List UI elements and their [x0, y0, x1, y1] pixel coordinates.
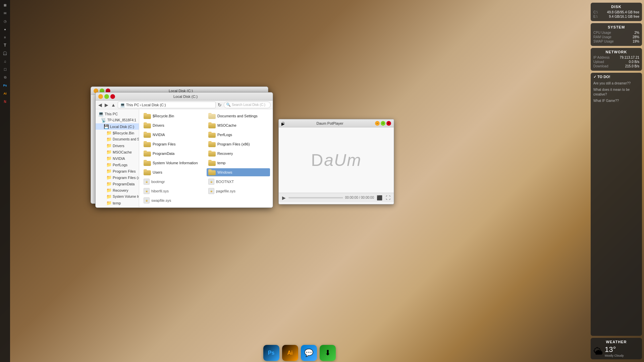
- dock-mail-icon[interactable]: ✉: [1, 9, 9, 17]
- window-controls-front[interactable]: – + ×: [98, 94, 115, 99]
- media-minimize[interactable]: –: [375, 121, 380, 126]
- file-item-sysvolinfo[interactable]: System Volume Information: [142, 159, 205, 167]
- refresh-button[interactable]: ↻: [217, 102, 222, 108]
- file-name-pf: Program Files: [153, 142, 175, 146]
- file-item-msocache[interactable]: MSOCache: [207, 121, 270, 129]
- file-item-hiberfil[interactable]: 🔒 hiberfil.sys: [142, 187, 205, 195]
- titlebar-front[interactable]: – + × Local Disk (C:): [96, 93, 273, 101]
- tree-temp[interactable]: 📁 temp: [96, 200, 139, 206]
- file-name-hiberfil: hiberfil.sys: [151, 189, 169, 193]
- dock-ps-icon[interactable]: Ps: [1, 82, 9, 89]
- dock-ai-icon[interactable]: Ai: [1, 90, 9, 97]
- tree-drivers[interactable]: 📁 Drivers: [96, 142, 139, 149]
- folder-icon-pf-main: [144, 141, 151, 147]
- tree-recycle[interactable]: 📁 $Recycle.Bin: [96, 130, 139, 136]
- dock-circle-icon[interactable]: ●: [1, 25, 9, 33]
- file-name-recovery: Recovery: [217, 152, 233, 156]
- window-toolbar: ◀ ▶ ▲ 💻 This PC › Local Disk (C:) ↻ 🔍 Se…: [96, 101, 273, 109]
- file-item-perflogs[interactable]: PerfLogs: [207, 131, 270, 139]
- breadcrumb-localdisk[interactable]: Local Disk (C:): [142, 103, 166, 107]
- folder-icon-pfx86: 📁: [106, 175, 112, 180]
- back-button[interactable]: ◀: [98, 102, 103, 108]
- file-item-temp[interactable]: temp: [207, 159, 270, 167]
- media-close[interactable]: ×: [386, 121, 391, 126]
- tree-users[interactable]: 📁 Users: [96, 206, 139, 207]
- tree-programdata[interactable]: 📁 ProgramData: [96, 181, 139, 187]
- ip-value: 79.113.17.21: [620, 56, 639, 59]
- taskbar-torrent[interactable]: ⬇: [320, 345, 336, 361]
- disk-c-label: C:\: [593, 10, 598, 14]
- media-play-icon-btn[interactable]: ▶: [281, 122, 285, 125]
- tree-msocache[interactable]: 📁 MSOCache: [96, 149, 139, 155]
- ram-label: RAM Usage: [593, 35, 611, 39]
- tree-sysvolinfo[interactable]: 📁 System Volume Inform...: [96, 193, 139, 200]
- media-window-controls[interactable]: ▶: [281, 122, 285, 125]
- tree-localdisk[interactable]: 💾 Local Disk (C:): [96, 123, 139, 130]
- file-item-bootnxt[interactable]: 🔒 BOOTNXT: [207, 178, 270, 186]
- file-item-nvidia[interactable]: NVIDIA: [142, 131, 205, 139]
- dock-headphone-icon[interactable]: 🎧: [1, 50, 9, 57]
- dock-lines-icon[interactable]: ≡: [1, 34, 9, 41]
- dock-box-icon[interactable]: ☐: [1, 66, 9, 73]
- up-button[interactable]: ▲: [110, 102, 116, 108]
- tree-docsettings[interactable]: 📁 Documents and Setti...: [96, 136, 139, 142]
- media-stop-button[interactable]: ⬛: [376, 195, 383, 200]
- media-titlebar[interactable]: ▶ Daum PotPlayer – + ×: [279, 119, 394, 127]
- file-name-swapfile: swapfile.sys: [151, 198, 171, 202]
- dock-text-icon[interactable]: T: [1, 42, 9, 49]
- media-fullscreen-button[interactable]: ⛶: [385, 195, 391, 200]
- tree-programfiles[interactable]: 📁 Program Files: [96, 168, 139, 174]
- file-item-users[interactable]: Users: [142, 168, 205, 176]
- tree-recovery[interactable]: 📁 Recovery: [96, 187, 139, 193]
- media-controls: ▶ 00:00:00 / 00:00:00 ⬛ ⛶: [279, 193, 394, 202]
- address-bar[interactable]: 💻 This PC › Local Disk (C:): [118, 102, 216, 108]
- media-player[interactable]: ▶ Daum PotPlayer – + × DaUm ▶ 00:00:00 /…: [278, 119, 394, 204]
- file-item-docsettings[interactable]: Documents and Settings: [207, 112, 270, 120]
- file-item-recovery[interactable]: Recovery: [207, 149, 270, 158]
- sys-icon-pagefile: 🔒: [208, 188, 214, 194]
- breadcrumb: This PC › Local Disk (C:): [126, 103, 166, 107]
- tree-perflogs[interactable]: 📁 PerfLogs: [96, 162, 139, 168]
- tree-nvidia[interactable]: 📁 NVIDIA: [96, 155, 139, 162]
- network-panel: NETWORK IP Address 79.113.17.21 Upload 0…: [591, 48, 642, 71]
- swap-row: SWAP Usage 19%: [593, 40, 639, 43]
- media-maximize[interactable]: +: [381, 121, 385, 126]
- dock-music-icon[interactable]: ♫: [1, 58, 9, 65]
- file-item-bootmgr[interactable]: 🔒 bootmgr: [142, 178, 205, 186]
- file-item-swapfile[interactable]: 🔒 swapfile.sys: [142, 196, 205, 204]
- tree-programfilesx86[interactable]: 📁 Program Files (x86): [96, 174, 139, 181]
- forward-button[interactable]: ▶: [104, 102, 109, 108]
- media-play-button[interactable]: ▶: [281, 195, 286, 200]
- file-explorer-front[interactable]: – + × Local Disk (C:) ◀ ▶ ▲ 💻 This PC › …: [95, 92, 273, 208]
- file-item-pfx86[interactable]: Program Files (x86): [207, 140, 270, 148]
- tree-thispc[interactable]: 💻 This PC: [96, 111, 139, 117]
- close-btn-front[interactable]: ×: [110, 94, 115, 99]
- media-play-area[interactable]: DaUm: [279, 127, 394, 193]
- dock-grid-icon[interactable]: ⊞: [1, 1, 9, 9]
- breadcrumb-thispc[interactable]: This PC: [126, 103, 139, 107]
- window-body: 💻 This PC 📡 TP-LINK_8518F4:1 💾 Local Dis…: [96, 109, 273, 207]
- tree-network[interactable]: 📡 TP-LINK_8518F4:1: [96, 117, 139, 123]
- todo-panel: ✓ TO DO! Are you still a dreamer?? What …: [591, 73, 642, 336]
- minimize-btn-front[interactable]: –: [98, 94, 103, 99]
- taskbar-illustrator[interactable]: Ai Ai: [282, 345, 298, 361]
- taskbar-messenger[interactable]: 💬: [301, 345, 317, 361]
- sys-icon-bootmgr: 🔒: [144, 179, 150, 185]
- media-progress-bar[interactable]: [288, 197, 343, 198]
- dock-layers-icon[interactable]: ⧉: [1, 74, 9, 81]
- weather-panel: WEATHER 🌥 13° Mostly Cloudy: [591, 338, 642, 359]
- folder-icon-recovery: 📁: [106, 188, 112, 193]
- file-item-programfiles[interactable]: Program Files: [142, 140, 205, 148]
- tree-programfiles-label: Program Files: [113, 169, 136, 173]
- file-item-drivers[interactable]: Drivers: [142, 121, 205, 129]
- media-window-btns[interactable]: – + ×: [375, 121, 391, 126]
- dock-n-icon[interactable]: N: [1, 98, 9, 105]
- file-item-windows[interactable]: Windows: [207, 168, 270, 176]
- dock-clock-icon[interactable]: ◷: [1, 17, 9, 25]
- file-item-programdata[interactable]: ProgramData: [142, 149, 205, 158]
- maximize-btn-front[interactable]: +: [104, 94, 109, 99]
- file-item-pagefile[interactable]: 🔒 pagefile.sys: [207, 187, 270, 195]
- taskbar-photoshop[interactable]: Ps: [263, 345, 279, 361]
- search-bar[interactable]: 🔍 Search Local Disk (C:): [224, 102, 271, 108]
- file-item-recycle[interactable]: $Recycle.Bin: [142, 112, 205, 120]
